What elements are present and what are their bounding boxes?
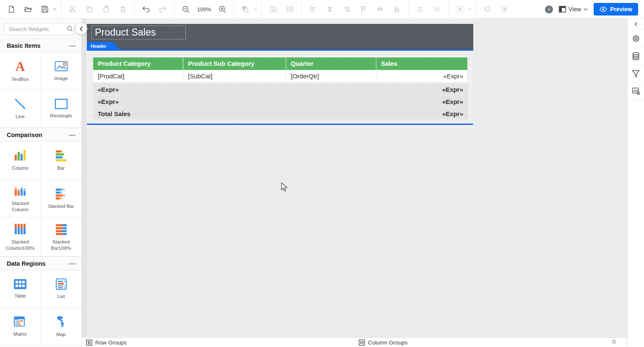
collapse-section-icon[interactable]: — [69, 260, 76, 267]
widget-stacked-bar-chart[interactable]: Stacked Bar [41, 179, 81, 218]
save-dropdown-chevron-icon[interactable] [53, 8, 57, 10]
distribute-vertical-icon[interactable] [430, 2, 444, 16]
resources-tab[interactable] [628, 83, 644, 100]
collapse-section-icon[interactable]: — [69, 131, 76, 139]
new-report-icon[interactable] [4, 2, 18, 16]
widget-list[interactable]: List [41, 270, 81, 308]
table-footer-cell[interactable]: «Expr» [376, 83, 468, 96]
copy-icon[interactable] [82, 2, 96, 16]
table-detail-cell[interactable]: [ProdCat] [93, 70, 183, 83]
align-bottom-icon[interactable] [390, 2, 404, 16]
save-report-icon[interactable] [38, 2, 52, 16]
grouping-pane-expand-button[interactable] [611, 339, 617, 346]
widget-matrix[interactable]: Matrix [0, 308, 41, 346]
redo-icon[interactable] [156, 2, 170, 16]
info-icon[interactable]: i [545, 5, 553, 13]
search-widgets-input[interactable] [4, 23, 74, 35]
delete-icon[interactable] [116, 2, 130, 16]
widget-line[interactable]: Line [0, 90, 41, 128]
size-group [476, 0, 516, 18]
widget-image[interactable]: Image [41, 52, 81, 90]
row-groups-panel[interactable]: Row Groups [86, 339, 127, 346]
preview-button[interactable]: Preview [594, 3, 638, 16]
table-footer-cell[interactable]: «Expr» [376, 108, 468, 120]
report-page[interactable]: Product Sales Header Product Category Pr… [87, 19, 473, 129]
data-tab[interactable] [628, 47, 644, 65]
arrange-dropdown-chevron-icon[interactable] [253, 8, 257, 10]
filter-funnel-icon [632, 70, 640, 78]
column-chart-icon [14, 149, 26, 162]
table-footer-cell[interactable] [183, 108, 286, 120]
fit-to-size-icon[interactable] [497, 2, 511, 16]
section-header-comparison[interactable]: Comparison — [0, 128, 81, 142]
split-cell-horizontal-icon[interactable] [266, 2, 280, 16]
widget-stacked-column-chart[interactable]: Stacked Column [0, 179, 41, 218]
map-icon [55, 316, 68, 328]
widget-map[interactable]: Map [41, 308, 81, 346]
select-mode-icon[interactable] [453, 2, 467, 16]
section-header-basic-items[interactable]: Basic Items — [0, 39, 81, 52]
report-title-textbox[interactable]: Product Sales [91, 26, 186, 39]
sidebar-collapse-button[interactable] [75, 23, 87, 35]
widget-textbox[interactable]: A TextBox [0, 52, 41, 90]
align-left-icon[interactable] [306, 2, 320, 16]
table-footer-cell[interactable] [286, 108, 376, 120]
comparison-tiles: Column Bar Stacked Column Stacked Bar St… [0, 142, 81, 256]
canvas-scroll-strip[interactable] [82, 19, 87, 347]
zoom-out-icon[interactable] [179, 2, 193, 16]
widget-bar-chart[interactable]: Bar [41, 142, 81, 179]
table-header-cell[interactable]: Quarter [286, 57, 376, 70]
table-group-footer-row: «Expr» «Expr» [93, 96, 468, 108]
table-footer-cell[interactable] [286, 83, 376, 96]
design-canvas[interactable]: Product Sales Header Product Category Pr… [82, 19, 627, 347]
align-right-icon[interactable] [339, 2, 354, 16]
chevron-left-icon [634, 22, 637, 26]
header-divider-line [87, 49, 473, 51]
table-detail-cell[interactable]: [OrderQtr] [286, 70, 376, 83]
table-footer-cell[interactable]: Total Sales [93, 108, 183, 120]
section-header-data-regions[interactable]: Data Regions — [0, 256, 81, 270]
main-toolbar: 100% [0, 0, 644, 19]
distribute-horizontal-icon[interactable] [413, 2, 427, 16]
table-footer-cell[interactable]: «Expr» [93, 96, 183, 108]
column-groups-icon [359, 339, 365, 346]
align-top-icon[interactable] [356, 2, 370, 16]
column-groups-panel[interactable]: Column Groups [359, 339, 408, 346]
arrange-order-icon[interactable] [238, 2, 253, 16]
table-footer-cell[interactable] [183, 83, 286, 96]
widget-column-chart[interactable]: Column [0, 142, 41, 179]
table-header-cell[interactable]: Product Sub Category [183, 57, 286, 70]
table-detail-cell[interactable]: [SubCat] [183, 70, 286, 83]
align-center-icon[interactable] [323, 2, 337, 16]
parameters-tab[interactable] [628, 65, 644, 83]
table-header-cell[interactable]: Product Category [93, 57, 183, 70]
table-footer-cell[interactable]: «Expr» [376, 96, 468, 108]
collapse-section-icon[interactable]: — [69, 42, 76, 49]
stacked-bar-chart-icon [55, 187, 68, 200]
paste-icon[interactable] [99, 2, 113, 16]
zoom-in-icon[interactable] [215, 2, 229, 16]
same-size-icon[interactable] [480, 2, 495, 16]
select-dropdown-chevron-icon[interactable] [468, 8, 472, 10]
undo-icon[interactable] [139, 2, 153, 16]
properties-tab[interactable] [628, 30, 644, 47]
open-report-icon[interactable] [21, 2, 35, 16]
view-menu-button[interactable]: View [559, 6, 588, 13]
widget-stacked-column100-chart[interactable]: Stacked Column100% [0, 218, 41, 256]
align-middle-icon[interactable] [373, 2, 387, 16]
widget-stacked-bar100-chart[interactable]: Stacked Bar100% [41, 218, 81, 256]
list-icon [55, 278, 67, 290]
table-footer-cell[interactable] [183, 96, 286, 108]
table-footer-cell[interactable]: «Expr» [93, 83, 183, 96]
cut-icon[interactable] [65, 2, 80, 16]
split-cell-vertical-icon[interactable] [283, 2, 297, 16]
table-data-region[interactable]: Product Category Product Sub Category Qu… [93, 57, 468, 120]
properties-expand-button[interactable] [628, 19, 644, 30]
widget-rectangle[interactable]: Rectangle [41, 90, 81, 128]
table-detail-cell[interactable]: «Expr» [376, 70, 468, 83]
table-header-cell[interactable]: Sales [376, 57, 468, 70]
data-regions-tiles: Table List Matrix Map [0, 270, 81, 346]
widget-table[interactable]: Table [0, 270, 41, 308]
select-group [448, 0, 476, 18]
table-footer-cell[interactable] [286, 96, 376, 108]
